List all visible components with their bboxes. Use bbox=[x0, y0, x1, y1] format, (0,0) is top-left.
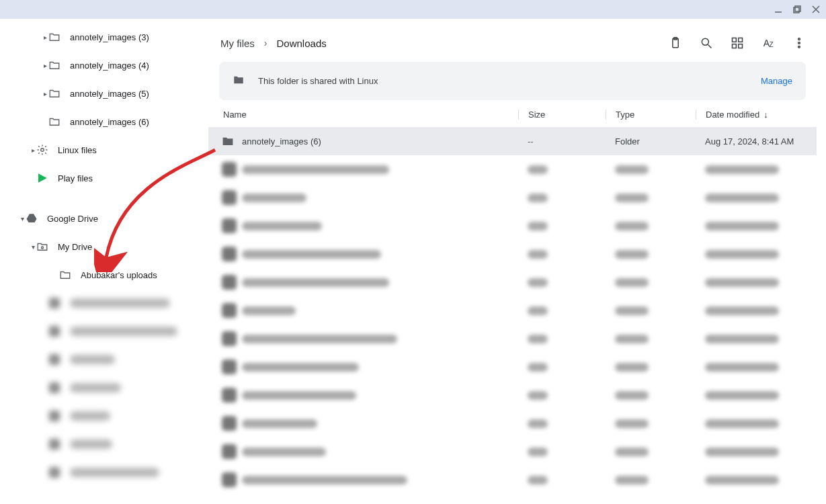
sidebar-item-linux-files[interactable]: ▸Linux files bbox=[0, 136, 208, 164]
sidebar-item-blurred bbox=[0, 374, 208, 402]
sidebar-item-my-drive[interactable]: ▾My Drive bbox=[0, 233, 208, 261]
sidebar-item-abubakar-s-uploads[interactable]: Abubakar's uploads bbox=[0, 261, 208, 289]
window-titlebar bbox=[0, 0, 826, 19]
svg-point-5 bbox=[41, 149, 44, 152]
file-name: annotely_images (6) bbox=[242, 136, 518, 146]
expand-toggle-icon[interactable]: ▸ bbox=[42, 90, 48, 97]
table-row-blurred bbox=[208, 466, 817, 494]
svg-rect-2 bbox=[795, 6, 800, 11]
grid-view-icon[interactable] bbox=[731, 36, 744, 50]
more-options-icon[interactable] bbox=[792, 36, 806, 50]
file-size: -- bbox=[518, 136, 606, 146]
linux-share-banner: This folder is shared with Linux Manage bbox=[219, 62, 806, 100]
svg-point-16 bbox=[798, 42, 800, 44]
search-icon[interactable] bbox=[700, 36, 713, 50]
column-headers: Name Size Type Date modified ↓ bbox=[208, 100, 817, 127]
svg-rect-14 bbox=[739, 44, 743, 48]
table-row[interactable]: annotely_images (6)--FolderAug 17, 2024,… bbox=[208, 127, 817, 155]
sidebar-item-label: annotely_images (4) bbox=[70, 60, 149, 71]
sidebar-item-annotely-images-5-[interactable]: ▸annotely_images (5) bbox=[0, 79, 208, 108]
folder-icon bbox=[48, 59, 60, 71]
svg-rect-11 bbox=[733, 38, 737, 42]
window-maximize-button[interactable] bbox=[792, 5, 802, 14]
svg-point-17 bbox=[798, 46, 800, 48]
table-row-blurred bbox=[208, 353, 817, 381]
mydrive-icon bbox=[36, 241, 48, 253]
file-list: annotely_images (6)--FolderAug 17, 2024,… bbox=[208, 127, 817, 494]
folder-icon bbox=[222, 135, 242, 147]
shared-folder-icon bbox=[233, 74, 245, 88]
folder-icon bbox=[48, 31, 60, 43]
svg-point-15 bbox=[798, 38, 800, 40]
sidebar-item-blurred bbox=[0, 289, 208, 317]
sidebar-item-label: annotely_images (5) bbox=[70, 89, 149, 99]
sidebar-item-google-drive[interactable]: ▾Google Drive bbox=[0, 204, 208, 233]
table-row-blurred bbox=[208, 409, 817, 437]
folder-icon bbox=[48, 116, 60, 128]
banner-text: This folder is shared with Linux bbox=[258, 76, 378, 86]
table-row-blurred bbox=[208, 437, 817, 466]
table-row-blurred bbox=[208, 325, 817, 353]
drive-icon bbox=[26, 212, 38, 224]
table-row-blurred bbox=[208, 155, 817, 183]
manage-link[interactable]: Manage bbox=[761, 76, 792, 86]
svg-line-10 bbox=[708, 45, 712, 48]
window-close-button[interactable] bbox=[811, 5, 821, 14]
svg-rect-1 bbox=[794, 7, 799, 13]
linux-icon bbox=[36, 144, 48, 156]
breadcrumb-root[interactable]: My files bbox=[220, 38, 255, 49]
svg-rect-12 bbox=[739, 38, 743, 42]
sidebar-item-blurred bbox=[0, 345, 208, 374]
column-header-date[interactable]: Date modified ↓ bbox=[696, 110, 803, 120]
breadcrumb-current: Downloads bbox=[277, 38, 327, 49]
sidebar-item-label: annotely_images (3) bbox=[70, 32, 149, 42]
sidebar-item-blurred bbox=[0, 430, 208, 458]
expand-toggle-icon[interactable]: ▾ bbox=[30, 243, 36, 251]
expand-toggle-icon[interactable]: ▸ bbox=[42, 34, 48, 41]
sidebar-item-play-files[interactable]: Play files bbox=[0, 164, 208, 192]
window-minimize-button[interactable] bbox=[774, 5, 783, 14]
clipboard-icon[interactable] bbox=[669, 36, 682, 50]
file-date: Aug 17, 2024, 8:41 AM bbox=[696, 136, 803, 146]
sidebar-item-blurred bbox=[0, 458, 208, 487]
toolbar: My files › Downloads AZ bbox=[208, 28, 817, 56]
breadcrumb: My files › Downloads bbox=[220, 38, 327, 49]
expand-toggle-icon[interactable]: ▸ bbox=[30, 146, 36, 154]
column-header-size[interactable]: Size bbox=[518, 110, 606, 120]
column-header-name[interactable]: Name bbox=[222, 110, 518, 120]
table-row-blurred bbox=[208, 212, 817, 240]
table-row-blurred bbox=[208, 268, 817, 296]
folder-icon bbox=[48, 87, 60, 99]
table-row-blurred bbox=[208, 183, 817, 212]
file-type: Folder bbox=[606, 136, 696, 146]
svg-point-9 bbox=[702, 38, 708, 45]
sidebar-item-blurred bbox=[0, 402, 208, 430]
sort-az-button[interactable]: AZ bbox=[761, 36, 775, 50]
play-icon bbox=[36, 172, 48, 184]
sidebar-item-annotely-images-6-[interactable]: annotely_images (6) bbox=[0, 108, 208, 136]
table-row-blurred bbox=[208, 296, 817, 325]
svg-rect-13 bbox=[733, 44, 737, 48]
sidebar-item-label: Google Drive bbox=[47, 214, 98, 224]
table-row-blurred bbox=[208, 381, 817, 409]
expand-toggle-icon[interactable]: ▾ bbox=[19, 215, 26, 222]
sidebar-item-label: annotely_images (6) bbox=[70, 117, 149, 127]
sidebar-item-label: Play files bbox=[58, 173, 93, 183]
sidebar-item-label: My Drive bbox=[58, 242, 92, 252]
column-header-type[interactable]: Type bbox=[606, 110, 696, 120]
svg-point-6 bbox=[42, 247, 44, 249]
table-row-blurred bbox=[208, 240, 817, 268]
folder-icon bbox=[59, 269, 71, 281]
sidebar-item-annotely-images-4-[interactable]: ▸annotely_images (4) bbox=[0, 51, 208, 79]
sort-descending-icon: ↓ bbox=[763, 110, 768, 120]
main-area: My files › Downloads AZ bbox=[208, 19, 826, 504]
sidebar: ▸annotely_images (3)▸annotely_images (4)… bbox=[0, 19, 208, 504]
file-panel: My files › Downloads AZ bbox=[208, 28, 817, 504]
sidebar-item-label: Abubakar's uploads bbox=[81, 270, 157, 280]
chevron-right-icon: › bbox=[264, 38, 267, 48]
sidebar-item-blurred bbox=[0, 317, 208, 345]
sidebar-item-annotely-images-3-[interactable]: ▸annotely_images (3) bbox=[0, 23, 208, 51]
sidebar-item-label: Linux files bbox=[58, 145, 97, 155]
expand-toggle-icon[interactable]: ▸ bbox=[42, 62, 48, 69]
